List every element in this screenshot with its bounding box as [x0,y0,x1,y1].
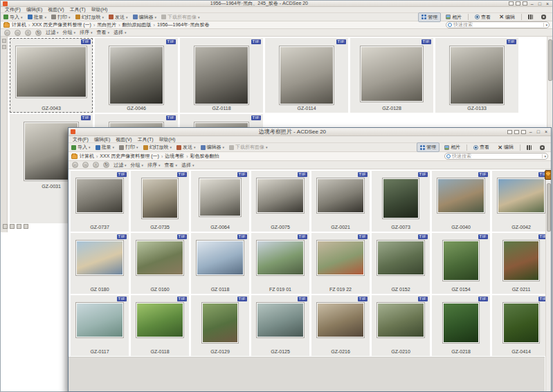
thumbnail-item[interactable]: TIFGZ-0218 [432,295,490,356]
toolbar-send-button[interactable]: 发送▾ [176,144,196,151]
breadcrumb-segment[interactable]: XXX 历史声像资料整理 (一) [100,153,159,160]
thumbnail-item[interactable]: TIFGZ-0118 [180,38,263,113]
menu-item[interactable]: 工具(T) [70,6,86,13]
search-dropdown-icon[interactable]: ▾ [543,23,547,27]
thumbnail-item[interactable]: TIFGZ-0043 [10,38,93,113]
title-bar[interactable]: 边境考察照片 - ACDSee 20 – □ × [69,128,551,136]
toolbar-slideshow-button[interactable]: 幻灯放映▾ [143,144,172,151]
breadcrumb-segment[interactable]: 翻拍原始图版 [123,21,152,28]
pane-toggle-icon[interactable] [509,1,514,6]
menu-item[interactable]: 编辑(E) [26,6,42,13]
menu-item[interactable]: 文件(F) [73,136,89,143]
scrollbar-thumb[interactable] [547,183,551,232]
up-button[interactable]: ↑ [93,162,99,168]
view-dropdown-查看[interactable]: 查看▾ [97,29,110,36]
menu-item[interactable]: 帮助(H) [91,6,108,13]
view-dropdown-排序[interactable]: 排序▾ [147,162,161,169]
up-button[interactable]: ↑ [25,30,31,36]
toolbar-editor-button[interactable]: 编辑器▾ [201,144,225,151]
image-basket-icon[interactable] [545,170,551,180]
view-option-icon[interactable] [3,224,8,229]
back-button[interactable]: ← [72,162,78,168]
toolbar-import-button[interactable]: 导入▾ [3,14,23,21]
thumbnail-item[interactable]: TIFGZ-0117 [71,295,129,356]
thumbnail-item[interactable]: TIFGZ 0118 [191,233,249,294]
thumbnail-item[interactable]: TIFGZ-0210 [372,295,430,356]
view-option-icon[interactable] [17,224,21,229]
search-dropdown-icon[interactable]: ▾ [542,154,546,158]
thumbnail-item[interactable]: TIFGZ-0118 [131,295,189,356]
view-dropdown-分组[interactable]: 分组▾ [63,29,76,36]
thumbnail-item[interactable]: TIFGZ-0114 [265,38,348,113]
pane-toggle-icon[interactable] [523,1,527,6]
view-option-icon[interactable] [10,224,15,229]
menu-item[interactable]: 视图(V) [48,6,64,13]
thumbnail-item[interactable]: TIFGZ-0133 [435,38,518,113]
thumbnail-item[interactable]: TIFGZ 0152 [372,233,430,294]
refresh-button[interactable]: ↻ [103,162,109,168]
view-dropdown-选择[interactable]: 选择▾ [181,162,194,169]
maximize-button[interactable]: □ [536,129,541,134]
search-input[interactable]: 快速搜索 ▾ [444,153,548,160]
breadcrumb-segment[interactable]: XXX 历史声像资料整理 (一) [32,21,91,28]
thumbnail-item[interactable]: TIFGZ-0021 [311,171,370,232]
thumbnail-item[interactable]: TIFGZ 0160 [131,233,189,294]
mode-eye-button[interactable]: 查看 [470,142,493,152]
toolbar-batch-button[interactable]: 批量▾ [96,144,115,151]
toolbar-download-button[interactable]: 下载所有图像▾ [229,144,268,151]
toolbar-import-button[interactable]: 导入▾ [71,144,91,151]
view-dropdown-选择[interactable]: 选择▾ [114,29,127,36]
thumbnail-item[interactable]: TIFGZ-0737 [71,171,129,232]
toolbar-download-button[interactable]: 下载所有图像▾ [161,14,200,21]
thumbnail-item[interactable]: TIFGZ-0128 [350,38,433,113]
thumbnail-item[interactable]: TIFGZ-0414 [492,295,550,356]
pane-toggle-icon[interactable] [507,130,512,134]
toolbar-send-button[interactable]: 发送▾ [109,14,128,21]
thumbnail-item[interactable]: TIFGZ-0040 [432,171,490,232]
toolbar-batch-button[interactable]: 批量▾ [28,14,47,21]
thumbnail-item[interactable]: TIFGZ 0211 [492,233,550,294]
toolbar-print-button[interactable]: 打印▾ [51,14,71,21]
view-dropdown-分组[interactable]: 分组▾ [131,162,144,169]
close-button[interactable]: × [545,1,550,6]
thumbnail-item[interactable]: TIFGZ-0216 [311,295,370,356]
thumbnail-item[interactable]: TIFGZ-0042 [492,171,550,232]
thumbnail-item[interactable]: TIFGZ-0064 [191,171,249,232]
toolbar-slideshow-button[interactable]: 幻灯放映▾ [75,14,105,21]
thumbnail-item[interactable]: TIFGZ-0735 [131,171,189,232]
preview-button[interactable] [538,13,550,21]
view-dropdown-过滤[interactable]: 过滤▾ [46,29,59,36]
view-dropdown-排序[interactable]: 排序▾ [80,29,93,36]
minimize-button[interactable]: – [529,1,535,6]
search-input[interactable]: 快速搜索 ▾ [446,21,550,28]
mode-photos-button[interactable]: 相片 [442,12,465,22]
breadcrumb-segment[interactable]: 黑白照片 [97,21,116,28]
breadcrumb-segment[interactable]: 彩色胶卷翻拍 [190,153,219,160]
thumbnail-item[interactable]: TIFGZ-0073 [372,171,430,232]
forward-button[interactable]: → [82,162,89,168]
pane-toggle-icon[interactable] [521,130,526,134]
chart-button[interactable] [523,144,535,151]
menu-item[interactable]: 文件(F) [5,6,21,13]
toolbar-print-button[interactable]: 打印▾ [119,144,138,151]
preview-button[interactable] [536,144,548,151]
view-dropdown-过滤[interactable]: 过滤▾ [114,162,127,169]
minimize-button[interactable]: – [528,129,534,134]
thumbnail-item[interactable]: TIFGZ-0129 [191,295,249,356]
view-option-icon[interactable] [24,224,28,229]
thumbnail-item[interactable]: TIFGZ 0180 [71,233,129,294]
thumbnail-item[interactable]: TIFGZ-0046 [95,38,178,113]
thumbnail-item[interactable]: TIFGZ-0075 [251,171,309,232]
mode-tools-button[interactable]: ✕编辑 [494,142,517,152]
thumbnail-item[interactable]: TIFFZ 019 22 [311,233,370,294]
toolbar-editor-button[interactable]: 编辑器▾ [133,14,157,21]
view-dropdown-查看[interactable]: 查看▾ [165,162,178,169]
pane-toggle-icon[interactable] [514,130,519,134]
thumbnail-item[interactable]: TIFGZ-0125 [251,295,309,356]
vertical-scrollbar[interactable] [545,169,551,391]
scrollbar-thumb[interactable] [548,39,552,81]
menu-item[interactable]: 编辑(E) [94,136,110,143]
breadcrumb-segment[interactable]: 边境考察 [165,153,184,160]
chart-button[interactable] [525,13,536,21]
mode-grid-button[interactable]: 管理 [418,12,441,22]
